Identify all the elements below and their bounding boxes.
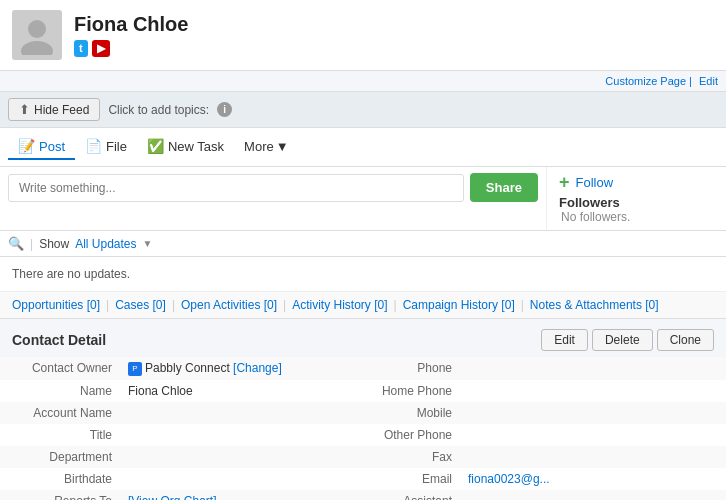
- field-label-3: Title: [0, 424, 120, 446]
- pipe-separator: |: [689, 75, 692, 87]
- header-info: Fiona Chloe t ▶: [74, 13, 188, 57]
- info-icon[interactable]: i: [217, 102, 232, 117]
- action-bar: 📝 Post 📄 File ✅ New Task More ▼: [0, 128, 726, 167]
- pabbly-icon: P: [128, 362, 142, 376]
- sub-nav: Opportunities [0] | Cases [0] | Open Act…: [0, 292, 726, 319]
- dropdown-arrow-icon[interactable]: ▼: [143, 238, 153, 249]
- social-icons: t ▶: [74, 40, 188, 57]
- sub-nav-item-2[interactable]: Open Activities [0]: [177, 298, 281, 312]
- hide-feed-label: Hide Feed: [34, 103, 89, 117]
- table-row: Contact OwnerPPabbly Connect [Change]Pho…: [0, 357, 726, 380]
- sub-nav-pipe: |: [521, 298, 524, 312]
- contact-name: Fiona Chloe: [74, 13, 188, 36]
- field-value-3: [120, 424, 340, 446]
- followers-label: Followers: [559, 195, 714, 210]
- youtube-icon[interactable]: ▶: [92, 40, 110, 57]
- right-field-value-6: [460, 490, 726, 500]
- email-link[interactable]: fiona0023@g...: [468, 472, 550, 486]
- right-field-label-4: Fax: [340, 446, 460, 468]
- share-button[interactable]: Share: [470, 173, 538, 202]
- sub-nav-item-0[interactable]: Opportunities [0]: [8, 298, 104, 312]
- contact-table: Contact OwnerPPabbly Connect [Change]Pho…: [0, 357, 726, 500]
- all-updates-link[interactable]: All Updates: [75, 237, 136, 251]
- contact-detail-title: Contact Detail: [12, 332, 106, 348]
- click-to-add-label: Click to add topics:: [108, 103, 209, 117]
- right-field-label-5: Email: [340, 468, 460, 490]
- feed-bar: ⬆ Hide Feed Click to add topics: i: [0, 92, 726, 128]
- sub-nav-item-1[interactable]: Cases [0]: [111, 298, 170, 312]
- field-value-6: [View Org Chart]: [120, 490, 340, 500]
- new-task-label: New Task: [168, 139, 224, 154]
- avatar: [12, 10, 62, 60]
- contact-detail-header: Contact Detail Edit Delete Clone: [0, 319, 726, 357]
- table-row: Reports To[View Org Chart]Assistant: [0, 490, 726, 500]
- table-row: Account NameMobile: [0, 402, 726, 424]
- more-label: More: [244, 139, 274, 154]
- follow-section: + Follow Followers No followers.: [546, 167, 726, 230]
- post-icon: 📝: [18, 138, 35, 154]
- input-section: Share: [0, 167, 546, 230]
- right-field-value-0: [460, 357, 726, 380]
- file-label: File: [106, 139, 127, 154]
- show-updates-button[interactable]: Show: [39, 237, 69, 251]
- right-field-value-1: [460, 380, 726, 402]
- feed-icon: ⬆: [19, 102, 30, 117]
- table-row: DepartmentFax: [0, 446, 726, 468]
- delete-button[interactable]: Delete: [592, 329, 653, 351]
- input-follow-row: Share + Follow Followers No followers.: [0, 167, 726, 231]
- contact-actions: Edit Delete Clone: [541, 329, 714, 351]
- right-field-value-4: [460, 446, 726, 468]
- table-row: TitleOther Phone: [0, 424, 726, 446]
- pipe-divider: |: [30, 237, 33, 251]
- customize-page-link[interactable]: Customize Page: [605, 75, 686, 87]
- right-field-value-5: fiona0023@g...: [460, 468, 726, 490]
- field-label-0: Contact Owner: [0, 357, 120, 380]
- more-button[interactable]: More ▼: [234, 135, 299, 160]
- follow-row: + Follow: [559, 173, 714, 191]
- more-arrow-icon: ▼: [276, 139, 289, 154]
- right-field-label-2: Mobile: [340, 402, 460, 424]
- edit-page-link[interactable]: Edit: [699, 75, 718, 87]
- field-value-2: [120, 402, 340, 424]
- post-label: Post: [39, 139, 65, 154]
- follow-button[interactable]: Follow: [576, 175, 614, 190]
- updates-bar: 🔍 | Show All Updates ▼: [0, 231, 726, 257]
- post-input[interactable]: [8, 174, 464, 202]
- sub-nav-item-4[interactable]: Campaign History [0]: [399, 298, 519, 312]
- hide-feed-button[interactable]: ⬆ Hide Feed: [8, 98, 100, 121]
- svg-point-0: [28, 20, 46, 38]
- field-value-0: PPabbly Connect [Change]: [120, 357, 340, 380]
- post-button[interactable]: 📝 Post: [8, 134, 75, 160]
- field-label-4: Department: [0, 446, 120, 468]
- sub-nav-item-3[interactable]: Activity History [0]: [288, 298, 391, 312]
- field-label-5: Birthdate: [0, 468, 120, 490]
- field-value-1: Fiona Chloe: [120, 380, 340, 402]
- new-task-button[interactable]: ✅ New Task: [137, 134, 234, 160]
- sub-nav-item-5[interactable]: Notes & Attachments [0]: [526, 298, 663, 312]
- sub-nav-pipe: |: [172, 298, 175, 312]
- post-input-area: Share: [8, 173, 538, 202]
- contact-header: Fiona Chloe t ▶: [0, 0, 726, 71]
- clone-button[interactable]: Clone: [657, 329, 714, 351]
- file-button[interactable]: 📄 File: [75, 134, 137, 160]
- field-value-5: [120, 468, 340, 490]
- table-row: NameFiona ChloeHome Phone: [0, 380, 726, 402]
- field-label-2: Account Name: [0, 402, 120, 424]
- no-updates-text: There are no updates.: [12, 267, 130, 281]
- top-bar: Customize Page | Edit: [0, 71, 726, 92]
- sub-nav-pipe: |: [283, 298, 286, 312]
- sub-nav-pipe: |: [106, 298, 109, 312]
- no-followers-text: No followers.: [559, 210, 714, 224]
- svg-point-1: [21, 41, 53, 55]
- edit-button[interactable]: Edit: [541, 329, 588, 351]
- change-link-0[interactable]: [Change]: [233, 361, 282, 375]
- field-label-6: Reports To: [0, 490, 120, 500]
- field-value-4: [120, 446, 340, 468]
- right-field-label-1: Home Phone: [340, 380, 460, 402]
- right-field-label-3: Other Phone: [340, 424, 460, 446]
- twitter-icon[interactable]: t: [74, 40, 88, 57]
- search-icon[interactable]: 🔍: [8, 236, 24, 251]
- no-updates-message: There are no updates.: [0, 257, 726, 292]
- view-org-link[interactable]: [View Org Chart]: [128, 494, 216, 500]
- right-field-label-6: Assistant: [340, 490, 460, 500]
